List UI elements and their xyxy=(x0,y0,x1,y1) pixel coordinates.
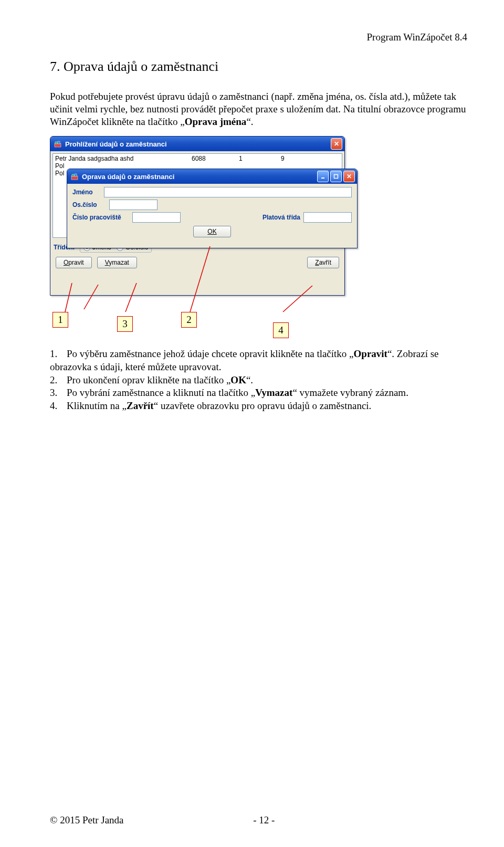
svg-rect-1 xyxy=(55,142,57,144)
footer-page-number: - 12 - xyxy=(124,814,404,826)
edit-form: Jméno Os.číslo Číslo pracoviště Platová … xyxy=(67,184,357,240)
app-icon xyxy=(54,140,62,148)
instruction-2: 2.Pro ukončení oprav klikněte na tlačítk… xyxy=(50,374,467,387)
titlebar-browse[interactable]: Prohlížení údajů o zaměstnanci ✕ xyxy=(50,137,344,151)
minimize-icon[interactable] xyxy=(317,171,329,182)
cell-osc: 6088 xyxy=(192,155,239,162)
edit-button[interactable]: Opravit xyxy=(56,257,92,268)
label-pracoviste: Číslo pracoviště xyxy=(72,214,129,221)
instructions-list: 1.Po výběru zaměstnance jehož údaje chce… xyxy=(50,348,467,412)
close-icon[interactable]: ✕ xyxy=(343,171,355,182)
button-row: Opravit Vymazat Zavřít xyxy=(52,256,342,269)
callout-box-1: 1 xyxy=(52,312,68,328)
instr-num-2: 2. xyxy=(50,374,67,387)
instruction-4: 4.Kliknutím na „Zavřít“ uzavřete obrazov… xyxy=(50,400,467,413)
input-pracoviste[interactable] xyxy=(132,212,181,223)
cell-trunc: Pol xyxy=(55,162,64,170)
svg-rect-4 xyxy=(72,174,74,176)
maximize-icon[interactable] xyxy=(330,171,342,182)
intro-paragraph: Pokud potřebujete provést úpravu údajů o… xyxy=(50,90,467,128)
instr-num-3: 3. xyxy=(50,386,67,400)
instr-text: Po vybrání zaměstnance a kliknutí na tla… xyxy=(67,387,255,398)
callout-numbers: 1 3 2 4 xyxy=(50,301,467,338)
screenshot-figure: Prohlížení údajů o zaměstnanci ✕ Petr Ja… xyxy=(50,136,346,301)
instr-text: “. xyxy=(246,374,253,385)
input-jmeno[interactable] xyxy=(104,187,352,197)
instr-bold: Zavřít xyxy=(127,400,154,411)
list-item[interactable]: Petr Janda sadgsadha ashd 6088 1 9 xyxy=(55,155,340,162)
close-icon[interactable]: ✕ xyxy=(331,138,342,150)
cell-trida: 9 xyxy=(281,155,285,162)
instr-bold: Vymazat xyxy=(255,387,292,398)
label-oscislo: Os.číslo xyxy=(72,201,106,208)
label-trida: Platová třída xyxy=(262,214,300,221)
label-jmeno: Jméno xyxy=(72,189,101,196)
svg-rect-7 xyxy=(334,175,338,179)
instruction-1: 1.Po výběru zaměstnance jehož údaje chce… xyxy=(50,348,467,373)
instr-text: Po výběru zaměstnance jehož údaje chcete… xyxy=(67,348,354,359)
svg-rect-5 xyxy=(75,174,77,176)
header-program-name: Program WinZápočet 8.4 xyxy=(50,32,467,43)
window-edit-employee: Oprava údajů o zaměstnanci ✕ Jméno Os.čí… xyxy=(67,169,358,248)
callout-box-3: 3 xyxy=(117,316,133,332)
window-title-edit: Oprava údajů o zaměstnanci xyxy=(82,173,174,181)
titlebar-edit[interactable]: Oprava údajů o zaměstnanci ✕ xyxy=(67,169,357,184)
close-button[interactable]: Zavřít xyxy=(307,257,339,268)
instr-num-4: 4. xyxy=(50,400,67,413)
intro-text-1: Pokud potřebujete provést úpravu údajů o… xyxy=(50,91,466,127)
delete-button[interactable]: Vymazat xyxy=(97,257,137,268)
intro-bold: Oprava jména xyxy=(185,116,247,127)
input-trida[interactable] xyxy=(303,212,352,223)
app-icon xyxy=(70,172,79,181)
instr-text: “ uzavřete obrazovku pro opravu údajů o … xyxy=(154,400,372,411)
instr-bold: Opravit xyxy=(354,348,387,359)
callout-box-4: 4 xyxy=(273,322,289,338)
cell-trunc: Pol xyxy=(55,170,64,177)
section-heading: 7. Oprava údajů o zaměstnanci xyxy=(50,59,467,75)
input-oscislo[interactable] xyxy=(109,200,158,210)
callout-box-2: 2 xyxy=(181,312,197,328)
intro-text-2: “. xyxy=(246,116,253,127)
page-footer: © 2015 Petr Janda - 12 - xyxy=(50,814,467,826)
cell-name: Petr Janda sadgsadha ashd xyxy=(55,155,192,162)
instruction-3: 3.Po vybrání zaměstnance a kliknutí na t… xyxy=(50,386,467,400)
cell-prac: 1 xyxy=(239,155,281,162)
svg-rect-2 xyxy=(58,141,60,144)
ok-button[interactable]: OK xyxy=(193,226,230,237)
instr-num-1: 1. xyxy=(50,348,67,361)
instr-text: “ vymažete vybraný záznam. xyxy=(292,387,408,398)
footer-copyright: © 2015 Petr Janda xyxy=(50,814,124,826)
window-title-browse: Prohlížení údajů o zaměstnanci xyxy=(65,140,167,148)
instr-text: Pro ukončení oprav klikněte na tlačítko … xyxy=(67,374,230,385)
instr-text: Kliknutím na „ xyxy=(67,400,127,411)
instr-bold: OK xyxy=(230,374,246,385)
